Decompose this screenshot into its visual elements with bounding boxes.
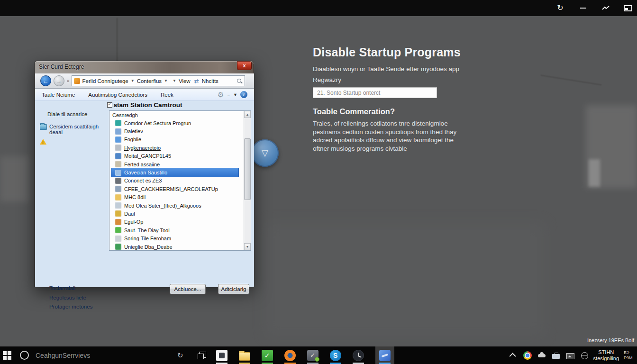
background-blur-shape [117,18,118,64]
list-item[interactable]: Saut. The Diay Tool [111,226,244,234]
breadcrumb-root[interactable]: Ferlid Conniguteqe [82,78,128,84]
taskbar-search[interactable]: CeahgunSerrvievs [20,351,162,360]
breadcrumb-search-label[interactable]: Nhcitts [202,78,218,84]
list-item[interactable]: Gavecian Saustillo [111,168,238,176]
list-item[interactable]: Ferted assaiine [111,160,244,168]
list-item-label: Med Olea Suter_(Ified)_Alkgooos [124,203,201,209]
checkbox-icon[interactable] [107,102,112,108]
teal-app-icon [115,120,121,126]
image-icon[interactable] [566,351,574,360]
sync-icon[interactable]: ↻ [555,3,565,13]
store-app-icon[interactable] [216,346,228,364]
list-item-label: Daletiev [124,128,143,134]
list-item[interactable]: Med Olea Suter_(Ified)_Alkgooos [111,201,244,209]
scroll-down-button[interactable]: ▼ [244,243,251,250]
gear-icon[interactable]: ⚙ [218,91,224,99]
startup-programs-list[interactable]: Cesnredgh Comdor Aet Sectura ProgrunDale… [109,110,251,251]
scrollbar-thumb[interactable] [244,138,251,200]
sync-icon[interactable]: ↻ [177,351,183,360]
list-item[interactable]: Hygkenaeretoio [111,144,244,152]
footer-link[interactable]: Tociarraiali [49,285,92,291]
help-subtitle-line1: Diaablesn woyn or Taatle Sende efter myo… [313,65,459,73]
list-item[interactable]: Fogblie [111,136,244,144]
search-icon[interactable] [236,78,243,84]
dialog-body: Taale NeiumeAuutimstiog CanedctiorsReek … [35,89,254,287]
network-icon[interactable] [580,351,589,360]
list-item-label: Egul-Op [124,219,143,225]
chevron-down-icon[interactable]: ▼ [164,79,168,83]
blue-doc-icon [115,170,121,176]
cortana-icon [20,351,29,360]
list-item[interactable]: Moital_GANCP1L45 [111,152,244,160]
search-placeholder-text: CeahgunSerrvievs [36,352,90,359]
forward-button[interactable]: → [54,75,64,86]
help-body-line: Trales, of relienings cotiiatons tnre di… [313,119,457,128]
view-menu[interactable]: View [179,78,191,84]
section-title: Toable Commeration? [313,107,395,116]
footer-link[interactable]: Protager metones [49,304,92,309]
list-item[interactable]: Unieglie Dba_Deabe [111,243,244,250]
windows-logo-icon [3,351,11,360]
scroll-up-button[interactable]: ▲ [244,111,251,118]
system-config-icon [379,350,391,361]
footer-link[interactable]: Regolcsus liete [49,295,92,300]
dialog-titlebar[interactable]: Sier Curd Ectegre x [35,61,254,73]
cloud-icon[interactable] [537,351,546,360]
refresh-icon[interactable]: ⇄ [194,78,199,84]
beige-app-icon [115,161,121,167]
close-button[interactable]: x [237,61,252,70]
trend-arrow-icon[interactable] [601,3,610,13]
breadcrumb-sub[interactable]: Conterfius [137,78,162,84]
list-item[interactable]: Daletiev [111,127,244,135]
dropdown-arrow-icon[interactable]: ▼ [233,92,237,97]
file-explorer-icon[interactable] [239,346,250,364]
dialog-left-panel: Diaie tli acnarice Cersidem scattifaigh … [40,111,107,145]
taskbar-clock[interactable]: STIHN stesigniling [593,349,619,362]
list-item[interactable]: Cononet es ZE3 [111,177,244,185]
blue-tool-icon [115,153,121,159]
clock-app-icon[interactable] [353,346,364,364]
minimize-icon[interactable] [578,3,588,13]
left-panel-heading: Diaie tli acnarice [40,111,107,117]
info-icon[interactable]: i [240,91,247,98]
task-view-icon[interactable] [198,352,206,359]
chevron-down-icon[interactable]: ▼ [173,79,176,83]
skype-icon[interactable]: S [330,346,341,364]
scrollbar[interactable]: ▲ ▼ [244,111,251,250]
list-item[interactable]: MHC 8dll [111,193,244,201]
ok-button[interactable]: Adtciclarig [218,284,249,294]
breadcrumb[interactable]: Ferlid Conniguteqe ▼ Conterfius ▼ ▼ View… [72,75,245,86]
tab-0[interactable]: Taale Neiume [35,92,82,98]
apply-button[interactable]: Acbluoce... [170,284,206,294]
chevron-down-icon[interactable]: ▼ [131,79,135,83]
chevron-up-icon[interactable] [509,351,518,360]
list-item[interactable]: Egul-Op [111,218,244,226]
browser-app-icon[interactable] [284,346,296,364]
start-button[interactable] [0,346,14,364]
dialog-toolbar: ← → » Ferlid Conniguteqe ▼ Conterfius ▼ … [35,73,254,89]
browser-app-icon [284,350,296,361]
system-config-icon[interactable] [375,346,394,364]
window-icon[interactable] [624,5,632,11]
chrome-icon[interactable] [523,351,532,360]
help-subtitle-line2: Regwazry [313,76,341,83]
list-item[interactable]: CFEE_CACKHEERMISI_ARCOLEATUp [111,185,244,193]
chevron-icon[interactable]: » [67,78,70,83]
left-panel-link[interactable]: Cersidem scattifaigh deaal [40,124,107,135]
file-explorer-icon [239,352,250,361]
startup-search-input[interactable] [313,87,437,98]
clock-app-icon [353,350,364,361]
list-item[interactable]: Soring Tile Feroham [111,234,244,242]
blue-circle-shortcut-icon[interactable]: ▽ [251,139,279,167]
tab-1[interactable]: Auutimstiog Canedctiors [82,92,154,98]
briefcase-icon[interactable] [552,351,560,360]
list-item-label: MHC 8dll [124,194,146,200]
antivirus-app-icon[interactable]: ✓ [307,346,318,364]
back-button[interactable]: ← [40,75,51,86]
list-item[interactable]: Comdor Aet Sectura Progrun [111,119,244,127]
list-item[interactable]: Daul [111,209,244,218]
checkmark-app-icon[interactable]: ✓ [262,346,273,364]
background-blur-shape [0,156,29,202]
tab-2[interactable]: Reek [154,92,180,98]
chevron-down-icon[interactable]: ⌄ [227,92,231,97]
